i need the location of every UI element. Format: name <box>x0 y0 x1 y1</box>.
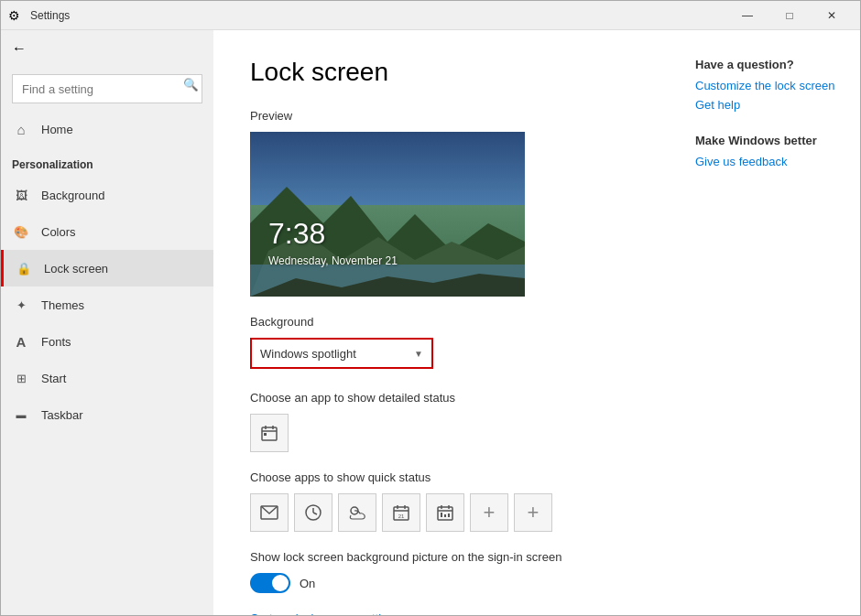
sidebar-item-label: Taskbar <box>41 408 202 422</box>
svg-rect-27 <box>448 513 450 517</box>
svg-rect-25 <box>441 513 442 517</box>
calendar-app-icon[interactable] <box>250 414 289 452</box>
clock-icon <box>304 503 322 522</box>
title-bar-title: Settings <box>30 9 726 22</box>
get-help-link[interactable]: Get help <box>695 98 842 112</box>
svg-line-14 <box>313 513 317 514</box>
cortana-link[interactable]: Cortana lock screen settings <box>250 611 640 615</box>
title-bar: ⚙ Settings — □ ✕ <box>1 1 860 30</box>
improve-section: Make Windows better Give us feedback <box>695 134 842 168</box>
search-container: 🔍 <box>12 74 202 103</box>
finance-icon <box>436 503 454 522</box>
preview-date: Wednesday, November 21 <box>268 254 398 267</box>
quick-status-section: Choose apps to show quick status <box>250 470 640 532</box>
mail-icon <box>260 505 278 520</box>
taskbar-icon: ▬ <box>12 405 30 424</box>
back-button[interactable]: ← <box>1 30 213 67</box>
show-background-label: Show lock screen background picture on t… <box>250 550 640 564</box>
settings-app-icon: ⚙ <box>8 8 23 23</box>
sidebar-item-label: Themes <box>41 298 202 312</box>
back-icon: ← <box>12 40 27 57</box>
svg-rect-10 <box>264 433 267 436</box>
sidebar-item-themes[interactable]: ✦ Themes <box>1 286 213 323</box>
sidebar: ← 🔍 ⌂ Home Personalization 🖼 Background … <box>1 30 213 615</box>
themes-icon: ✦ <box>12 296 30 314</box>
background-section: Background Windows spotlight ▼ <box>250 315 640 369</box>
preview-label: Preview <box>250 109 640 123</box>
quick-status-grid: 21 <box>250 493 640 532</box>
close-button[interactable]: ✕ <box>811 1 853 30</box>
lock-screen-icon: 🔒 <box>15 259 33 277</box>
svg-rect-21 <box>438 507 452 520</box>
make-better-heading: Make Windows better <box>695 134 842 147</box>
sidebar-item-label: Background <box>41 189 202 202</box>
weather-icon <box>347 504 367 521</box>
show-background-toggle[interactable] <box>250 573 290 593</box>
feedback-link[interactable]: Give us feedback <box>695 155 842 168</box>
background-section-label: Background <box>250 315 640 329</box>
calendar2-icon: 21 <box>392 503 410 522</box>
calendar-icon <box>260 424 278 442</box>
sidebar-item-label: Fonts <box>41 335 202 349</box>
svg-text:21: 21 <box>398 513 405 519</box>
mail-app-icon[interactable] <box>250 493 289 532</box>
detailed-status-label: Choose an app to show detailed status <box>250 391 640 405</box>
home-icon: ⌂ <box>12 120 30 138</box>
toggle-row: On <box>250 573 640 593</box>
search-button[interactable]: 🔍 <box>183 78 199 92</box>
calendar2-app-icon[interactable]: 21 <box>382 493 420 532</box>
sidebar-item-lock-screen[interactable]: 🔒 Lock screen <box>1 250 213 286</box>
finance-app-icon[interactable] <box>426 493 464 532</box>
have-question-heading: Have a question? <box>695 58 842 71</box>
sidebar-item-home[interactable]: ⌂ Home <box>1 111 213 147</box>
page-title: Lock screen <box>250 58 640 87</box>
sidebar-item-colors[interactable]: 🎨 Colors <box>1 213 213 250</box>
settings-window: ⚙ Settings — □ ✕ ← 🔍 ⌂ Home Personalizat… <box>0 0 861 616</box>
detailed-status-section: Choose an app to show detailed status <box>250 391 640 452</box>
content-area: Lock screen Preview 7:38 Wednesday, No <box>213 30 677 615</box>
window-controls: — □ ✕ <box>726 1 853 30</box>
sidebar-item-label: Start <box>41 372 202 385</box>
svg-rect-26 <box>444 514 446 517</box>
start-icon: ⊞ <box>12 369 30 387</box>
clock-app-icon[interactable] <box>294 493 332 532</box>
right-panel: Have a question? Customize the lock scre… <box>677 30 860 615</box>
background-dropdown-value: Windows spotlight <box>260 347 356 361</box>
minimize-button[interactable]: — <box>726 1 768 30</box>
weather-app-icon[interactable] <box>338 493 376 532</box>
sidebar-item-label: Home <box>41 123 202 136</box>
background-dropdown[interactable]: Windows spotlight ▼ <box>250 338 433 369</box>
toggle-on-label: On <box>300 577 315 590</box>
show-background-section: Show lock screen background picture on t… <box>250 550 640 593</box>
quick-status-label: Choose apps to show quick status <box>250 470 640 484</box>
main-layout: ← 🔍 ⌂ Home Personalization 🖼 Background … <box>1 30 860 615</box>
sidebar-item-label: Lock screen <box>44 262 202 276</box>
chevron-down-icon: ▼ <box>414 349 423 359</box>
search-input[interactable] <box>12 74 202 103</box>
add-app-icon-1[interactable]: + <box>470 493 508 532</box>
maximize-button[interactable]: □ <box>768 1 811 30</box>
sidebar-item-start[interactable]: ⊞ Start <box>1 360 213 396</box>
detailed-status-grid <box>250 414 640 452</box>
sidebar-item-fonts[interactable]: A Fonts <box>1 323 213 360</box>
add-app-icon-2[interactable]: + <box>514 493 552 532</box>
sidebar-item-label: Colors <box>41 225 202 239</box>
sidebar-item-background[interactable]: 🖼 Background <box>1 177 213 213</box>
fonts-icon: A <box>12 332 30 351</box>
preview-time: 7:38 <box>268 217 325 251</box>
colors-icon: 🎨 <box>12 222 30 241</box>
toggle-thumb <box>272 575 289 591</box>
sidebar-section-personalization: Personalization <box>1 147 213 177</box>
background-icon: 🖼 <box>12 186 30 204</box>
customize-link[interactable]: Customize the lock screen <box>695 79 842 92</box>
lock-screen-preview: 7:38 Wednesday, November 21 <box>250 132 525 297</box>
sidebar-item-taskbar[interactable]: ▬ Taskbar <box>1 396 213 433</box>
